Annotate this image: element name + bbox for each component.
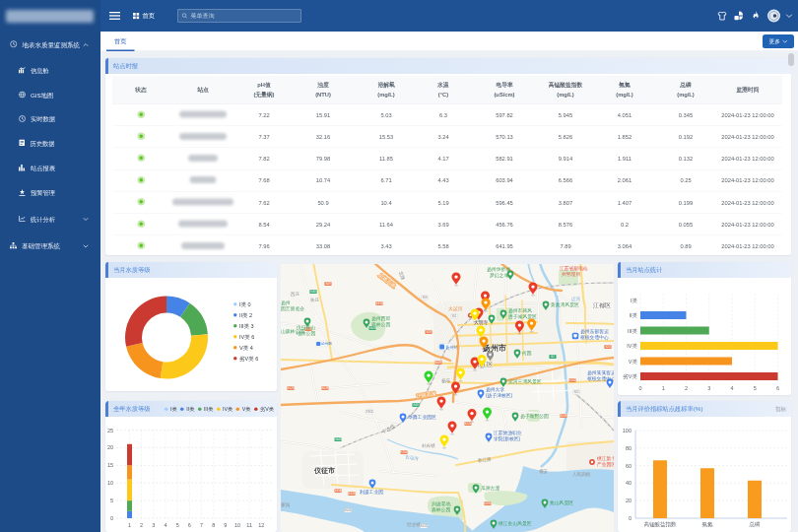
svg-text:州管理所: 州管理所 [562, 271, 580, 278]
svg-text:15: 15 [107, 462, 113, 468]
svg-text:25: 25 [107, 428, 113, 433]
svg-text:黄奥湾风景区: 黄奥湾风景区 [551, 301, 579, 307]
svg-text:朴席镇: 朴席镇 [421, 443, 435, 448]
svg-text:G40: G40 [310, 290, 316, 294]
svg-text:扬州市韩风: 扬州市韩风 [508, 307, 532, 314]
svg-text:X001: X001 [345, 508, 352, 512]
svg-text:9: 9 [224, 522, 227, 528]
svg-text:镇江新卡: 镇江新卡 [596, 455, 614, 461]
svg-text:K202: K202 [569, 378, 576, 382]
svg-text:S49: S49 [325, 282, 331, 286]
svg-text:6: 6 [188, 522, 191, 528]
svg-text:利浦工业园: 利浦工业园 [360, 489, 383, 496]
svg-text:X001: X001 [421, 524, 428, 528]
svg-text:I类: I类 [631, 298, 638, 303]
svg-text:5: 5 [176, 522, 179, 528]
svg-text:S356: S356 [335, 489, 342, 493]
svg-text:1: 1 [128, 522, 131, 528]
svg-text:20: 20 [626, 498, 632, 503]
svg-text:S24: S24 [605, 345, 611, 349]
svg-text:1: 1 [662, 385, 665, 391]
svg-text:0: 0 [638, 385, 641, 391]
svg-text:江都区: 江都区 [593, 301, 611, 309]
svg-text:20: 20 [107, 444, 113, 450]
svg-text:山森林公园: 山森林公园 [281, 329, 304, 334]
svg-text:6: 6 [776, 385, 779, 391]
svg-text:5: 5 [110, 498, 113, 503]
svg-text:2: 2 [140, 522, 143, 528]
svg-text:40: 40 [626, 480, 632, 486]
svg-text:运河三湾风景区: 运河三湾风景区 [508, 378, 542, 384]
svg-text:0: 0 [629, 515, 632, 521]
svg-text:5: 5 [754, 385, 757, 391]
svg-text:瓜洲古渡: 瓜洲古渡 [481, 485, 499, 492]
svg-text:氨氮: 氨氮 [702, 521, 714, 527]
svg-text:8: 8 [212, 522, 215, 528]
svg-text:S028: S028 [322, 386, 329, 390]
svg-text:枢纽交通中心: 枢纽交通中心 [580, 334, 609, 340]
svg-text:镇江金山风景区: 镇江金山风景区 [498, 521, 532, 526]
svg-text:劣V类: 劣V类 [623, 373, 637, 380]
svg-text:80: 80 [626, 445, 632, 451]
svg-text:朱庄: 朱庄 [310, 298, 320, 302]
svg-text:S353: S353 [376, 301, 383, 305]
svg-text:3: 3 [152, 522, 155, 528]
svg-text:学院(新校区): 学院(新校区) [494, 435, 521, 442]
svg-text:G40: G40 [413, 403, 419, 407]
svg-text:S243: S243 [561, 414, 567, 418]
svg-text:枢纽交通中心: 枢纽交通中心 [587, 375, 614, 381]
svg-text:扬州东部客运: 扬州东部客运 [580, 328, 609, 335]
svg-text:森林公园: 森林公园 [371, 322, 390, 327]
svg-text:S087: S087 [435, 361, 442, 365]
svg-text:S28: S28 [426, 330, 432, 334]
svg-text:X05: X05 [573, 390, 579, 394]
svg-text:G2: G2 [551, 355, 555, 359]
svg-text:仪征市: 仪征市 [313, 466, 335, 475]
svg-text:IV类: IV类 [627, 343, 637, 349]
svg-text:4: 4 [730, 385, 733, 391]
svg-text:G345: G345 [334, 437, 341, 441]
svg-text:扬州西郊: 扬州西郊 [371, 315, 390, 322]
svg-text:X302: X302 [366, 410, 373, 414]
svg-text:S125: S125 [288, 386, 295, 390]
svg-text:2: 2 [685, 385, 688, 391]
svg-text:4: 4 [164, 522, 166, 528]
svg-text:横安: 横安 [539, 469, 549, 474]
svg-text:世业镇: 世业镇 [407, 522, 421, 527]
svg-text:产业园区: 产业园区 [597, 461, 614, 467]
svg-text:V类: V类 [629, 359, 638, 365]
svg-text:3: 3 [707, 385, 710, 391]
svg-text:扬州某某客运: 扬州某某客运 [587, 369, 614, 376]
svg-text:总磷: 总磷 [749, 521, 762, 527]
svg-text:高锰酸盐指数: 高锰酸盐指数 [644, 521, 678, 528]
svg-text:II类: II类 [629, 312, 637, 318]
svg-text:10: 10 [107, 480, 113, 486]
svg-text:11: 11 [246, 522, 252, 528]
svg-text:S105: S105 [349, 492, 356, 496]
svg-text:7: 7 [200, 522, 203, 528]
svg-text:运河: 运河 [570, 297, 581, 301]
svg-text:梦幻之城: 梦幻之城 [490, 272, 508, 279]
svg-text:润扬湿地: 润扬湿地 [432, 500, 450, 507]
svg-text:焦山风景区: 焦山风景区 [550, 500, 573, 505]
svg-text:G233: G233 [484, 501, 491, 505]
svg-text:华腾工业园区: 华腾工业园区 [408, 414, 436, 420]
svg-text:江苏省邮电仙: 江苏省邮电仙 [559, 265, 588, 272]
svg-text:III类: III类 [628, 328, 638, 334]
svg-text:0: 0 [110, 515, 113, 521]
svg-text:10: 10 [234, 522, 240, 528]
svg-text:扬州西: 扬州西 [321, 341, 332, 346]
svg-text:江苏旅游职业: 江苏旅游职业 [493, 430, 522, 436]
svg-text:X01: X01 [451, 314, 457, 318]
svg-text:60: 60 [626, 463, 632, 469]
svg-text:园艺博览会: 园艺博览会 [281, 305, 304, 312]
svg-text:12: 12 [258, 522, 264, 528]
svg-text:大运河: 大运河 [448, 306, 463, 311]
svg-text:森林公园: 森林公园 [432, 507, 450, 512]
svg-text:X06: X06 [422, 296, 428, 299]
svg-text:100: 100 [623, 428, 632, 433]
